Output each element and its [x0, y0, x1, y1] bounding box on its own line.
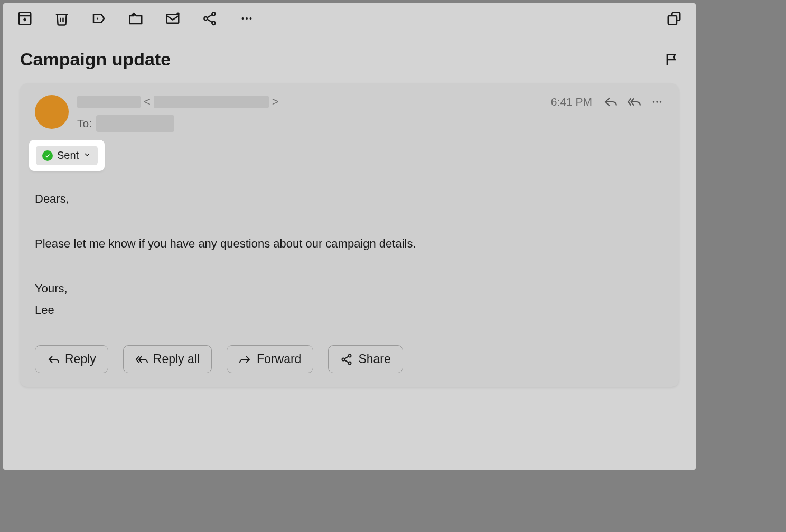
svg-point-18	[656, 101, 658, 102]
svg-line-11	[207, 15, 212, 18]
forward-button[interactable]: Forward	[227, 345, 313, 373]
reply-all-button[interactable]: Reply all	[123, 345, 212, 373]
status-pill-highlight: Sent	[31, 141, 103, 169]
flag-icon[interactable]	[664, 52, 679, 67]
timestamp: 6:41 PM	[551, 96, 592, 108]
sender-email-redacted	[154, 96, 269, 108]
reply-button-label: Reply	[65, 352, 96, 366]
sender-block: < > To:	[77, 94, 551, 132]
svg-point-21	[342, 358, 345, 360]
subject-row: Campaign update	[3, 34, 696, 77]
svg-rect-6	[167, 15, 179, 23]
body-signature: Lee	[35, 301, 664, 319]
svg-point-17	[653, 101, 654, 102]
sender-name-redacted	[77, 96, 141, 108]
share-icon[interactable]	[202, 11, 218, 26]
check-circle-icon	[42, 150, 53, 161]
svg-line-12	[207, 20, 212, 23]
to-line: To:	[77, 115, 551, 132]
reply-all-icon[interactable]	[627, 95, 641, 109]
avatar	[35, 95, 69, 129]
svg-rect-16	[668, 16, 677, 24]
mark-unread-icon[interactable]	[165, 11, 181, 26]
svg-line-24	[345, 360, 349, 363]
share-button-label: Share	[358, 352, 390, 366]
message-header-actions: 6:41 PM	[551, 95, 664, 109]
svg-point-19	[660, 101, 661, 102]
recipient-redacted	[96, 115, 174, 132]
message-header: < > To: 6:41 PM	[35, 94, 664, 132]
svg-point-9	[204, 17, 207, 20]
body-greeting: Dears,	[35, 190, 664, 207]
forward-button-label: Forward	[257, 352, 301, 366]
svg-point-15	[250, 17, 252, 20]
body-closing: Yours,	[35, 280, 664, 297]
action-row: Reply Reply all Forward Share	[35, 345, 664, 373]
share-button[interactable]: Share	[328, 345, 403, 373]
body-main: Please let me know if you have any quest…	[35, 235, 664, 252]
svg-point-8	[212, 12, 215, 15]
reply-icon[interactable]	[604, 95, 617, 109]
open-external-icon[interactable]	[666, 11, 682, 26]
to-label: To:	[77, 117, 92, 130]
toolbar-left	[17, 11, 255, 26]
reply-all-button-label: Reply all	[153, 352, 200, 366]
svg-point-7	[176, 13, 180, 16]
svg-point-22	[349, 362, 351, 364]
email-subject: Campaign update	[20, 49, 664, 70]
reply-button[interactable]: Reply	[35, 345, 108, 373]
header-more-icon[interactable]	[650, 95, 664, 109]
svg-point-10	[212, 22, 215, 25]
from-line: < >	[77, 94, 551, 110]
svg-line-23	[345, 356, 349, 359]
delete-icon[interactable]	[54, 11, 70, 26]
message-body: Dears, Please let me know if you have an…	[35, 190, 664, 319]
status-label: Sent	[57, 149, 79, 162]
bracket-close: >	[272, 95, 279, 109]
message-card: < > To: 6:41 PM	[20, 83, 679, 387]
move-to-folder-icon[interactable]	[128, 11, 144, 26]
toolbar	[3, 3, 696, 34]
svg-point-5	[97, 17, 98, 19]
status-pill[interactable]: Sent	[36, 146, 98, 165]
chevron-down-icon	[83, 150, 91, 161]
more-icon[interactable]	[239, 11, 255, 26]
svg-point-13	[242, 17, 244, 20]
bracket-open: <	[144, 95, 151, 109]
archive-icon[interactable]	[17, 11, 33, 26]
email-viewer-window: Campaign update < > To: 6:41 PM	[3, 3, 696, 470]
svg-point-14	[246, 17, 248, 20]
svg-point-20	[349, 354, 351, 357]
label-icon[interactable]	[91, 11, 107, 26]
divider	[35, 178, 664, 178]
